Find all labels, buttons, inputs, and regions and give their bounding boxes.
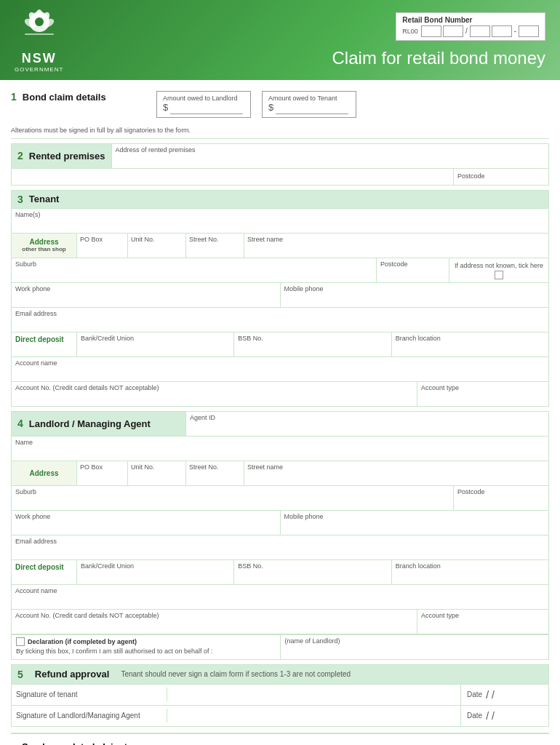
section4: 4 Landlord / Managing Agent Agent ID Nam…: [11, 411, 549, 660]
section3-suburb-row: Suburb Postcode If address not known, ti…: [12, 258, 548, 283]
bsb-input-t[interactable]: [238, 343, 387, 354]
date-label-2: Date: [467, 712, 482, 720]
section3-deposit-header-row: Direct deposit Bank/Credit Union BSB No.…: [12, 332, 548, 357]
section1-note: Alterations must be signed in full by al…: [11, 125, 549, 139]
unit-no-label-l: Unit No.: [131, 463, 183, 471]
suburb-input-l[interactable]: [15, 496, 449, 508]
section2-postcode-label: Postcode: [457, 172, 485, 180]
account-name-input-t[interactable]: [15, 367, 545, 379]
agent-id-input[interactable]: [190, 422, 545, 434]
bsb-input-l[interactable]: [238, 570, 387, 582]
sig-landlord-field[interactable]: [167, 706, 461, 726]
street-no-label-l: Street No.: [189, 463, 241, 471]
account-type-label-l: Account type: [421, 612, 545, 619]
section2-postcode-input[interactable]: [488, 171, 539, 183]
postcode-label-l: Postcode: [457, 488, 545, 495]
addr-not-known-checkbox-t[interactable]: [495, 271, 503, 279]
section4-phone-row: Work phone Mobile phone: [12, 511, 548, 535]
amount-tenant-label: Amount owed to Tenant: [268, 95, 350, 102]
bond-field-4[interactable]: [492, 25, 512, 37]
bond-field-3[interactable]: [470, 25, 490, 37]
account-type-input-l[interactable]: [421, 620, 545, 632]
account-name-label-l: Account name: [15, 587, 545, 594]
unit-no-input-l[interactable]: [131, 471, 182, 483]
section4-account-name-row: Account name: [12, 585, 548, 610]
unit-no-input-t[interactable]: [131, 244, 182, 255]
bank-input-l[interactable]: [81, 570, 230, 582]
street-name-input-l[interactable]: [247, 471, 545, 483]
bond-field-1[interactable]: [421, 25, 441, 37]
amount-landlord-input[interactable]: [170, 103, 243, 114]
sig-landlord-date: Date / /: [461, 707, 548, 725]
amount-boxes: Amount owed to Landlord $ Amount owed to…: [156, 91, 356, 118]
amount-tenant-input[interactable]: [276, 103, 348, 114]
bond-sep-2: -: [513, 27, 517, 35]
refund-section-box: 5 Refund approval Tenant should never si…: [11, 664, 549, 727]
work-phone-input-l[interactable]: [15, 521, 276, 533]
branch-input-t[interactable]: [396, 343, 545, 354]
section1-num: 1: [11, 91, 17, 103]
declaration-checkbox[interactable]: [16, 637, 25, 646]
email-input-l[interactable]: [15, 546, 545, 557]
bond-field-5[interactable]: [519, 25, 539, 37]
section2-address-input[interactable]: [116, 154, 545, 166]
street-name-input-t[interactable]: [247, 244, 545, 255]
email-label-l: Email address: [15, 538, 545, 545]
date-slashes-1: / /: [486, 689, 495, 701]
section3-account-no-row: Account No. (Credit card details NOT acc…: [12, 382, 548, 406]
po-box-input-l[interactable]: [80, 471, 124, 483]
section5-warning: Tenant should never sign a claim form if…: [121, 670, 351, 678]
bsb-label-l: BSB No.: [238, 562, 387, 570]
bank-input-t[interactable]: [81, 343, 230, 354]
po-box-input-t[interactable]: [80, 244, 124, 255]
work-phone-input-t[interactable]: [15, 293, 276, 305]
bond-field-2[interactable]: [443, 25, 463, 37]
section2-address-line2-input[interactable]: [15, 171, 449, 183]
section4-account-no-row: Account No. (Credit card details NOT acc…: [12, 610, 548, 634]
checkbox-icon-t[interactable]: [495, 271, 503, 279]
svg-point-6: [35, 17, 44, 26]
suburb-input-t[interactable]: [15, 268, 372, 280]
government-label: GOVERNMENT: [15, 66, 63, 73]
account-name-input-l[interactable]: [15, 595, 545, 607]
sig-tenant-field[interactable]: [167, 685, 461, 705]
section3-phone-row: Work phone Mobile phone: [12, 283, 548, 308]
section2-title: Rented premises: [29, 151, 105, 162]
landlord-name-input[interactable]: [285, 645, 545, 657]
section3-names-input[interactable]: [15, 219, 545, 231]
bank-label-l: Bank/Credit Union: [81, 562, 230, 570]
section2-header-row: 2 Rented premises Address of rented prem…: [12, 144, 548, 169]
sig-landlord-label: Signature of Landlord/Managing Agent: [12, 709, 167, 722]
email-label-t: Email address: [15, 310, 545, 317]
date-slashes-2: / /: [486, 710, 495, 722]
mobile-phone-input-t[interactable]: [284, 293, 545, 305]
postcode-input-t[interactable]: [380, 268, 439, 280]
section3-account-name-row: Account name: [12, 357, 548, 382]
header-right: Retail Bond Number RL00 / - Claim for re…: [78, 12, 545, 68]
work-phone-label-t: Work phone: [15, 285, 276, 292]
section3-address-fields: PO Box Unit No. Street No. Street name: [77, 234, 548, 258]
section4-title: Landlord / Managing Agent: [29, 418, 151, 429]
street-no-input-t[interactable]: [189, 244, 240, 255]
account-no-input-t[interactable]: [15, 392, 413, 404]
unit-no-label-t: Unit No.: [131, 236, 183, 243]
street-no-input-l[interactable]: [189, 471, 240, 483]
section4-name-input[interactable]: [15, 447, 545, 458]
sig-landlord-row: Signature of Landlord/Managing Agent Dat…: [12, 705, 548, 726]
amount-landlord-box: Amount owed to Landlord $: [156, 91, 251, 118]
email-input-t[interactable]: [15, 318, 545, 330]
branch-input-l[interactable]: [396, 570, 545, 582]
account-no-input-l[interactable]: [15, 620, 413, 632]
street-name-label-t: Street name: [247, 236, 545, 243]
section4-declaration-row: Declaration (if completed by agent) By t…: [12, 634, 548, 659]
account-type-input-t[interactable]: [421, 392, 545, 404]
section1-header-row: 1 Bond claim details Amount owed to Land…: [11, 87, 549, 121]
bond-prefix: RL00: [402, 28, 418, 35]
nsw-label: NSW: [22, 51, 57, 66]
postcode-input-l[interactable]: [457, 496, 523, 508]
section4-address-label: Address: [12, 461, 77, 485]
section3-box: 3 Tenant Name(s) Address other than shop…: [11, 190, 549, 407]
bond-number-box: Retail Bond Number RL00 / -: [396, 12, 545, 41]
mobile-phone-input-l[interactable]: [284, 521, 545, 533]
date-label-1: Date: [467, 690, 482, 698]
